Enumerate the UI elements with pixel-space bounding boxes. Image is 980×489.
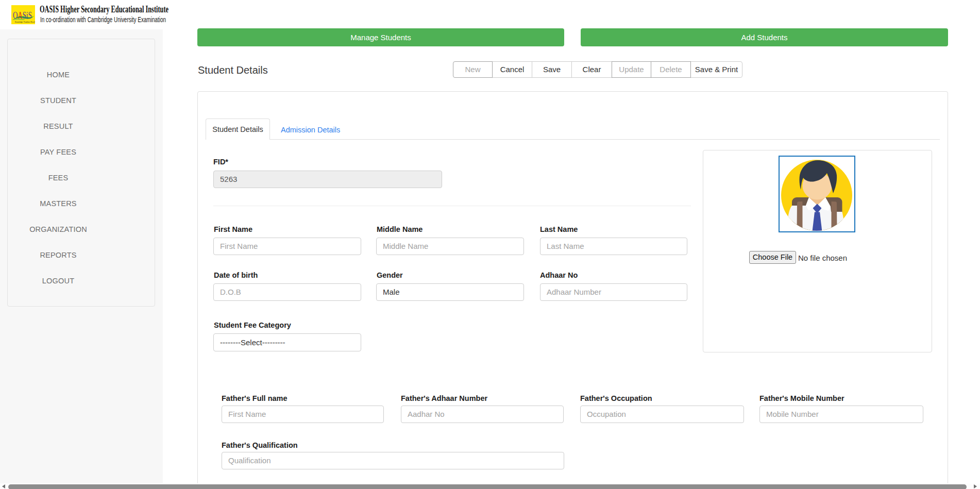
svg-text:In co-ordination with Cambridg: In co-ordination with Cambridge Universi… xyxy=(40,15,166,24)
svg-text:OASIS Higher Secondary Educati: OASIS Higher Secondary Educational Insti… xyxy=(40,4,168,14)
